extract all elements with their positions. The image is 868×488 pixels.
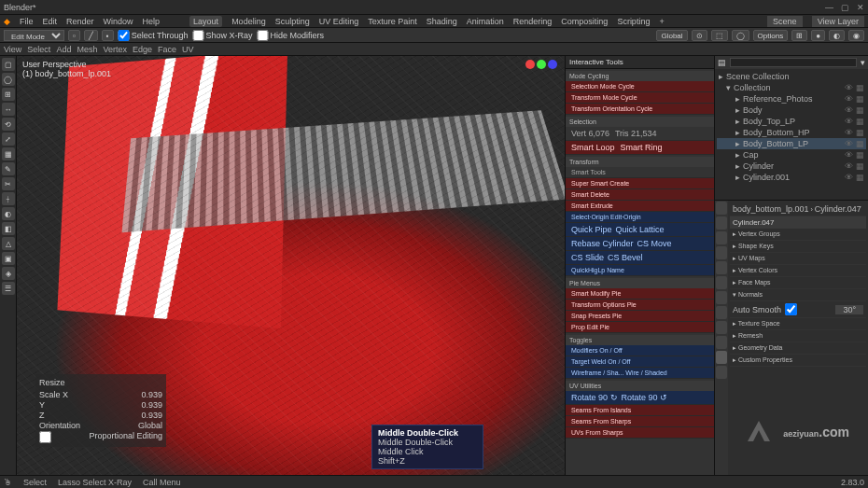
workspace-rendering[interactable]: Rendering: [513, 17, 553, 26]
btn-seams-from-islands[interactable]: Seams From Islands: [566, 405, 714, 416]
menu-window[interactable]: Window: [104, 17, 133, 26]
outliner-item-collection[interactable]: ▾Collection👁 ▦: [717, 82, 866, 93]
menu-render[interactable]: Render: [66, 17, 94, 26]
tab-scene[interactable]: [716, 246, 727, 259]
section-face-maps[interactable]: ▸ Face Maps: [730, 277, 866, 289]
auto-smooth-row[interactable]: Auto Smooth 30°: [730, 301, 866, 318]
maximize-button[interactable]: ▢: [841, 3, 849, 12]
select-through-checkbox[interactable]: [118, 30, 130, 41]
tool-loopcut[interactable]: ◧: [2, 222, 15, 235]
outliner-search[interactable]: [730, 58, 857, 67]
breadcrumb[interactable]: body_bottom_lp.001 › Cylinder.047: [730, 202, 866, 216]
workspace-texture[interactable]: Texture Paint: [368, 17, 417, 26]
npanel-header[interactable]: Interactive Tools: [566, 56, 714, 69]
btn-smart-delete[interactable]: Smart Delete: [566, 189, 714, 201]
outliner-item-body[interactable]: ▸Body👁 ▦: [717, 105, 866, 116]
tool-scale[interactable]: ⟲: [2, 118, 15, 131]
tool-polybuild[interactable]: ▣: [2, 252, 15, 265]
btn-snap-presets-pie[interactable]: Snap Presets Pie: [566, 311, 714, 322]
uv-menu[interactable]: UV: [182, 45, 194, 54]
workspace-animation[interactable]: Animation: [467, 17, 504, 26]
btn-target-weld-toggle[interactable]: Target Weld On / Off: [566, 356, 714, 368]
btn-transform-mode-cycle[interactable]: Transform Mode Cycle: [566, 92, 714, 104]
btn-smart-loop[interactable]: Smart LoopSmart Ring: [566, 141, 714, 155]
pivot-dropdown[interactable]: ⊙: [692, 30, 707, 41]
proportional-toggle[interactable]: ◯: [732, 30, 749, 41]
section-vertex-groups[interactable]: ▸ Vertex Groups: [730, 229, 866, 241]
btn-quickpipe-row[interactable]: Quick PipeQuick Lattice: [566, 223, 714, 237]
hide-modifiers-checkbox[interactable]: [257, 30, 269, 41]
operator-panel-resize[interactable]: Resize Scale X0.939 Y0.939 Z0.939 Orient…: [35, 374, 166, 447]
section-texture-space[interactable]: ▸ Texture Space: [730, 318, 866, 330]
outliner-item-cylinder001[interactable]: ▸Cylinder.001👁 ▦: [717, 172, 866, 183]
tool-knife[interactable]: △: [2, 237, 15, 250]
btn-selection-mode-cycle[interactable]: Selection Mode Cycle: [566, 81, 714, 92]
outliner-item-bodytoplp[interactable]: ▸Body_Top_LP👁 ▦: [717, 116, 866, 127]
tab-render[interactable]: [716, 202, 727, 215]
tab-particles[interactable]: [716, 306, 727, 319]
axis-x-icon[interactable]: [525, 60, 535, 69]
btn-seams-from-sharps[interactable]: Seams From Sharps: [566, 416, 714, 427]
menu-edit[interactable]: Edit: [43, 17, 58, 26]
btn-wireframe-toggle[interactable]: Wireframe / Sha... Wire / Shaded: [566, 368, 714, 379]
btn-quickhiglp[interactable]: QuickHigLp Name: [566, 265, 714, 276]
options-dropdown[interactable]: Options: [753, 30, 789, 41]
menu-help[interactable]: Help: [143, 17, 161, 26]
viewlayer-dropdown[interactable]: View Layer: [812, 16, 864, 27]
tool-measure[interactable]: ✎: [2, 162, 15, 175]
snap-toggle[interactable]: ⬚: [711, 30, 728, 41]
tool-smooth[interactable]: ☰: [2, 282, 15, 295]
btn-modifiers-toggle[interactable]: Modifiers On / Off: [566, 345, 714, 356]
workspace-scripting[interactable]: Scripting: [617, 17, 650, 26]
add-menu[interactable]: Add: [56, 45, 71, 54]
auto-smooth-checkbox[interactable]: [785, 303, 797, 315]
tool-rotate[interactable]: ↔: [2, 103, 15, 116]
btn-rebase-row[interactable]: Rebase CylinderCS Move: [566, 237, 714, 251]
select-menu[interactable]: Select: [27, 45, 50, 54]
tab-modifiers[interactable]: [716, 291, 727, 304]
workspace-uv[interactable]: UV Editing: [319, 17, 359, 26]
tool-move[interactable]: ⊞: [2, 88, 15, 101]
tool-annotate[interactable]: ▦: [2, 147, 15, 160]
mesh-menu[interactable]: Mesh: [77, 45, 97, 54]
edge-menu[interactable]: Edge: [133, 45, 152, 54]
workspace-sculpting[interactable]: Sculpting: [275, 17, 310, 26]
outliner-item-refphotos[interactable]: ▸Reference_Photos👁 ▦: [717, 93, 866, 105]
shading-mode-solid-icon[interactable]: ●: [811, 30, 825, 41]
outliner[interactable]: ▸Scene Collection ▾Collection👁 ▦ ▸Refere…: [715, 69, 868, 200]
btn-smart-modify-pie[interactable]: Smart Modify Pie: [566, 288, 714, 300]
section-uv-maps[interactable]: ▸ UV Maps: [730, 253, 866, 265]
shading-mode-rendered-icon[interactable]: ◉: [848, 30, 864, 41]
menu-file[interactable]: File: [20, 17, 34, 26]
vertex-menu[interactable]: Vertex: [103, 45, 127, 54]
btn-super-smart-create[interactable]: Super Smart Create: [566, 178, 714, 189]
section-custom-props[interactable]: ▸ Custom Properties: [730, 355, 866, 367]
axis-y-icon[interactable]: [537, 60, 546, 69]
scale-z-value[interactable]: 0.939: [141, 411, 162, 421]
tab-world[interactable]: [716, 261, 727, 274]
tab-material[interactable]: [716, 366, 727, 379]
face-menu[interactable]: Face: [158, 45, 176, 54]
btn-smart-extrude[interactable]: Smart Extrude: [566, 201, 714, 212]
auto-smooth-value[interactable]: 30°: [835, 305, 863, 314]
workspace-add[interactable]: +: [659, 17, 664, 26]
tab-object[interactable]: [716, 276, 727, 289]
tool-bevel[interactable]: ◐: [2, 207, 15, 220]
tool-cursor[interactable]: ◯: [2, 73, 15, 86]
mesh-name-field[interactable]: Cylinder.047: [730, 216, 866, 229]
section-shape-keys[interactable]: ▸ Shape Keys: [730, 241, 866, 253]
section-remesh[interactable]: ▸ Remesh: [730, 330, 866, 342]
tab-physics[interactable]: [716, 321, 727, 334]
section-geometry-data[interactable]: ▸ Geometry Data: [730, 342, 866, 355]
btn-uvs-from-sharps[interactable]: UVs From Sharps: [566, 427, 714, 439]
proportional-checkbox[interactable]: [39, 431, 51, 443]
outliner-filter-dropdown-icon[interactable]: ▾: [861, 58, 865, 67]
outliner-item-cylinder[interactable]: ▸Cylinder👁 ▦: [717, 160, 866, 172]
btn-uv-rotate-row[interactable]: Rotate 90 ↻Rotate 90 ↺: [566, 391, 714, 405]
btn-prop-edit-pie[interactable]: Prop Edit Pie: [566, 322, 714, 333]
outliner-item-cap[interactable]: ▸Cap👁 ▦: [717, 149, 866, 160]
workspace-modeling[interactable]: Modeling: [231, 17, 266, 26]
tool-select-box[interactable]: ▢: [2, 58, 15, 71]
orientation-dropdown[interactable]: Global: [656, 30, 687, 41]
tab-output[interactable]: [716, 216, 727, 230]
